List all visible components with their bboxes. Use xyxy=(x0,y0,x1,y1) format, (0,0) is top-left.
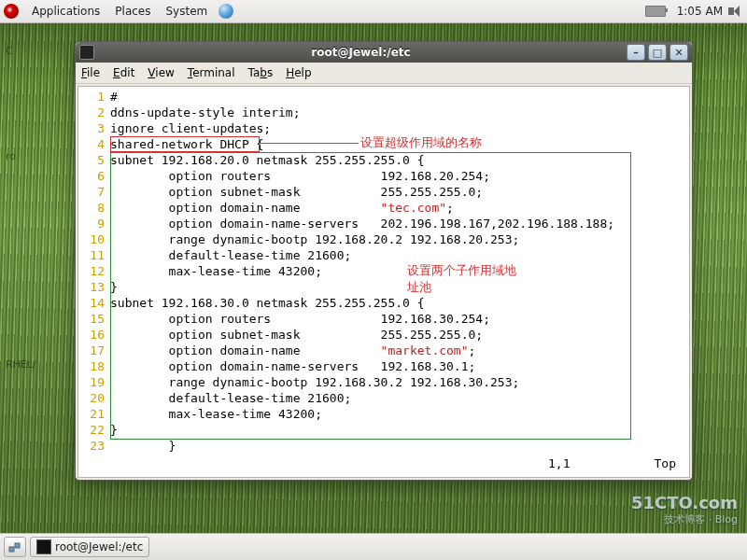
code-text: } xyxy=(110,279,685,295)
close-button[interactable]: ✕ xyxy=(669,44,688,61)
line-number: 20 xyxy=(78,390,110,406)
taskbar-entry-label: root@Jewel:/etc xyxy=(55,540,143,553)
line-number: 11 xyxy=(78,247,110,263)
code-line: 3ignore client-updates; xyxy=(78,120,685,136)
code-line: 1# xyxy=(78,89,685,105)
line-number: 21 xyxy=(78,406,110,422)
line-number: 13 xyxy=(78,279,110,295)
code-text: option domain-name "tec.com"; xyxy=(110,200,685,216)
line-number: 19 xyxy=(78,374,110,390)
redhat-logo-icon xyxy=(4,4,19,19)
code-text: ddns-update-style interim; xyxy=(110,105,685,120)
line-number: 14 xyxy=(78,295,110,311)
line-number: 22 xyxy=(78,422,110,438)
web-browser-launcher-icon[interactable] xyxy=(218,4,233,19)
gnome-top-panel: Applications Places System 1:05 AM xyxy=(0,0,747,23)
maximize-button[interactable]: □ xyxy=(648,44,667,61)
window-title: root@Jewel:/etc xyxy=(98,46,624,59)
code-line: 15 option routers 192.168.30.254; xyxy=(78,311,685,327)
code-text: ignore client-updates; xyxy=(110,120,685,136)
code-line: 12 max-lease-time 43200; xyxy=(78,263,685,279)
code-text: shared-network DHCP { xyxy=(110,136,685,152)
minimize-button[interactable]: – xyxy=(627,44,645,61)
line-number: 9 xyxy=(78,216,110,231)
code-text: default-lease-time 21600; xyxy=(110,390,685,406)
cursor-position: 1,1 xyxy=(548,455,570,471)
line-number: 17 xyxy=(78,343,110,358)
code-text: range dynamic-bootp 192.168.30.2 192.168… xyxy=(110,374,685,390)
code-text: # xyxy=(110,89,685,105)
line-number: 12 xyxy=(78,263,110,279)
menu-view[interactable]: View xyxy=(148,66,174,79)
code-text: } xyxy=(110,438,685,454)
code-line: 13} xyxy=(78,279,685,295)
menu-help[interactable]: Help xyxy=(286,66,311,79)
terminal-window: root@Jewel:/etc – □ ✕ File Edit View Ter… xyxy=(75,41,693,481)
line-number: 15 xyxy=(78,311,110,327)
volume-icon[interactable] xyxy=(728,4,743,19)
code-line: 19 range dynamic-bootp 192.168.30.2 192.… xyxy=(78,374,685,390)
code-text: max-lease-time 43200; xyxy=(110,263,685,279)
line-number: 4 xyxy=(78,136,110,152)
battery-icon[interactable] xyxy=(645,6,666,17)
svg-rect-0 xyxy=(9,547,14,552)
system-menu[interactable]: System xyxy=(158,5,215,18)
menu-file[interactable]: File xyxy=(81,66,100,79)
code-line: 2ddns-update-style interim; xyxy=(78,105,685,120)
taskbar-entry-terminal[interactable]: root@Jewel:/etc xyxy=(30,537,149,557)
show-desktop-button[interactable] xyxy=(4,537,26,557)
line-number: 2 xyxy=(78,105,110,120)
line-number: 16 xyxy=(78,327,110,343)
code-line: 10 range dynamic-bootp 192.168.20.2 192.… xyxy=(78,231,685,247)
code-line: 23 } xyxy=(78,438,685,454)
code-line: 5subnet 192.168.20.0 netmask 255.255.255… xyxy=(78,152,685,168)
line-number: 5 xyxy=(78,152,110,168)
code-text: subnet 192.168.30.0 netmask 255.255.255.… xyxy=(110,295,685,311)
terminal-menubar: File Edit View Terminal Tabs Help xyxy=(76,63,692,84)
line-number: 6 xyxy=(78,168,110,184)
watermark: 51CTO.com 技术博客 · Blog xyxy=(631,493,738,526)
window-system-menu-icon[interactable] xyxy=(79,45,94,60)
code-line: 22} xyxy=(78,422,685,438)
places-menu[interactable]: Places xyxy=(107,5,158,18)
code-line: 20 default-lease-time 21600; xyxy=(78,390,685,406)
applications-menu[interactable]: Applications xyxy=(24,5,107,18)
vim-status-line: 1,1 Top xyxy=(78,455,689,475)
code-text: subnet 192.168.20.0 netmask 255.255.255.… xyxy=(110,152,685,168)
terminal-icon xyxy=(36,539,51,554)
menu-edit[interactable]: Edit xyxy=(113,66,134,79)
code-line: 4shared-network DHCP { xyxy=(78,136,685,152)
code-text: option routers 192.168.20.254; xyxy=(110,168,685,184)
code-line: 21 max-lease-time 43200; xyxy=(78,406,685,422)
menu-terminal[interactable]: Terminal xyxy=(188,66,235,79)
code-line: 14subnet 192.168.30.0 netmask 255.255.25… xyxy=(78,295,685,311)
string-literal: "market.com" xyxy=(381,343,469,357)
code-text: option domain-name "market.com"; xyxy=(110,343,685,358)
code-text: option routers 192.168.30.254; xyxy=(110,311,685,327)
line-number: 18 xyxy=(78,358,110,374)
code-line: 9 option domain-name-servers 202.196.198… xyxy=(78,216,685,231)
code-line: 17 option domain-name "market.com"; xyxy=(78,343,685,358)
code-text: option domain-name-servers 202.196.198.1… xyxy=(110,216,685,231)
code-text: max-lease-time 43200; xyxy=(110,406,685,422)
terminal-viewport[interactable]: 1#2ddns-update-style interim;3ignore cli… xyxy=(78,86,690,478)
menu-tabs[interactable]: Tabs xyxy=(248,66,274,79)
line-number: 8 xyxy=(78,200,110,216)
code-line: 11 default-lease-time 21600; xyxy=(78,247,685,263)
code-text: option subnet-mask 255.255.255.0; xyxy=(110,184,685,200)
window-titlebar[interactable]: root@Jewel:/etc – □ ✕ xyxy=(76,42,692,63)
line-number: 23 xyxy=(78,438,110,454)
code-line: 6 option routers 192.168.20.254; xyxy=(78,168,685,184)
code-text: range dynamic-bootp 192.168.20.2 192.168… xyxy=(110,231,685,247)
code-text: default-lease-time 21600; xyxy=(110,247,685,263)
code-line: 8 option domain-name "tec.com"; xyxy=(78,200,685,216)
gnome-bottom-panel: root@Jewel:/etc xyxy=(0,533,747,560)
code-line: 7 option subnet-mask 255.255.255.0; xyxy=(78,184,685,200)
clock[interactable]: 1:05 AM xyxy=(677,5,723,18)
code-line: 16 option subnet-mask 255.255.255.0; xyxy=(78,327,685,343)
code-text: option subnet-mask 255.255.255.0; xyxy=(110,327,685,343)
code-text: option domain-name-servers 192.168.30.1; xyxy=(110,358,685,374)
desktop-icons-edge: C ro RHEL/ xyxy=(6,45,36,427)
string-literal: "tec.com" xyxy=(381,201,446,215)
scroll-indicator: Top xyxy=(655,455,676,471)
